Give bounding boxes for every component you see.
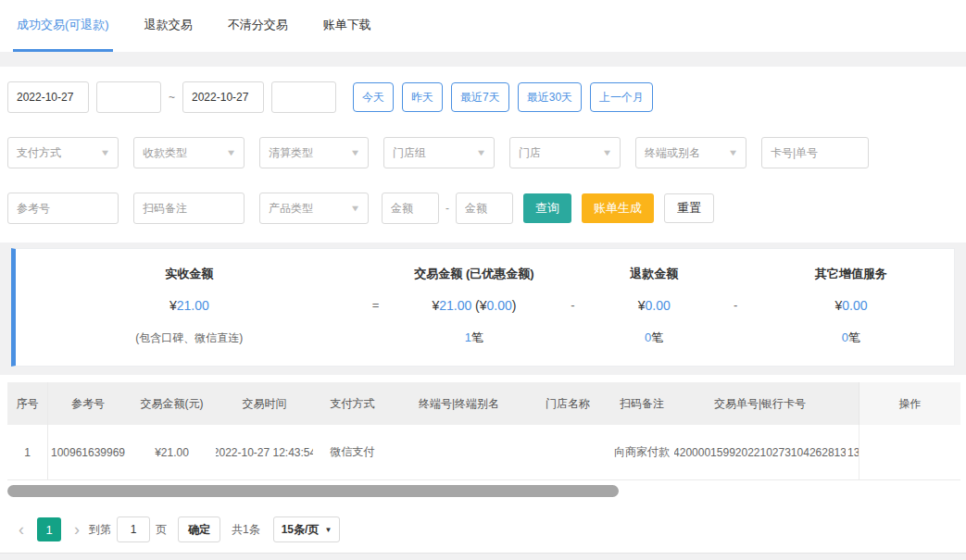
tab-successful-transactions[interactable]: 成功交易(可退款): [13, 16, 113, 52]
quick-range-lastmonth-button[interactable]: 上一个月: [590, 82, 653, 112]
payment-method-select[interactable]: 支付方式 ▼: [7, 137, 119, 168]
quick-range-today-button[interactable]: 今天: [353, 82, 394, 112]
col-header-operation: 操作: [859, 382, 960, 425]
quick-range-last30days-button[interactable]: 最近30天: [518, 82, 582, 112]
receipt-type-label: 收款类型: [143, 145, 187, 161]
amount-range-dash: -: [445, 202, 449, 215]
summary-services-value: ¥0.00: [748, 287, 954, 324]
store-select[interactable]: 门店 ▼: [509, 137, 621, 168]
summary-transaction-value: ¥21.00 (¥0.00): [388, 287, 559, 324]
page-unit-label: 页: [156, 522, 167, 538]
cell-index: 1: [7, 425, 48, 479]
chevron-down-icon: ▼: [226, 148, 237, 157]
col-header-amount: 交易金额(元): [128, 382, 216, 425]
chevron-down-icon: ▼: [350, 204, 361, 213]
summary-received-value: ¥21.00: [16, 287, 363, 324]
col-header-terminal: 终端号|终端别名: [392, 382, 526, 425]
transactions-page: 成功交易(可退款) 退款交易 不清分交易 账单下载 ~ 今天 昨天 最近7天 最…: [0, 0, 966, 560]
quick-range-yesterday-button[interactable]: 昨天: [402, 82, 443, 112]
date-range-tilde: ~: [169, 91, 175, 104]
summary-transaction-amount: 交易金额 (已优惠金额) ¥21.00 (¥0.00) 1笔: [388, 261, 559, 352]
store-group-select[interactable]: 门店组 ▼: [383, 137, 495, 168]
store-label: 门店: [519, 145, 541, 161]
goto-page-input[interactable]: [117, 516, 150, 542]
settlement-type-select[interactable]: 清算类型 ▼: [259, 137, 369, 168]
summary-value-added-services: 其它增值服务 ¥0.00 0笔: [748, 261, 954, 352]
quick-range-last7days-button[interactable]: 最近7天: [451, 82, 509, 112]
summary-refund-count: 0笔: [585, 324, 722, 352]
col-header-index: 序号: [7, 382, 48, 425]
tab-bill-download[interactable]: 账单下载: [320, 16, 375, 52]
cell-store-name: [526, 425, 609, 479]
summary-services-count: 0笔: [748, 324, 954, 352]
summary-panel: 实收金额 ¥21.00 (包含口碑、微信直连) = 交易金额 (已优惠金额) ¥…: [11, 248, 955, 367]
cell-amount: ¥21.00: [128, 425, 216, 479]
cell-reference: 100961639969: [48, 425, 128, 479]
next-page-icon[interactable]: ›: [70, 521, 83, 538]
input-filter-row: 产品类型 ▼ - 查询 账单生成 重置: [7, 193, 959, 224]
amount-min-input[interactable]: [382, 193, 439, 224]
terminal-or-alias-select[interactable]: 终端或别名 ▼: [635, 137, 746, 168]
start-time-input[interactable]: [96, 81, 161, 113]
page-1-button[interactable]: 1: [37, 517, 61, 541]
operation-sticky-column: 操作: [859, 382, 960, 480]
terminal-or-alias-label: 终端或别名: [645, 145, 700, 161]
summary-equals-separator: =: [363, 261, 389, 352]
chevron-down-icon: ▼: [476, 148, 487, 157]
summary-refund-value: ¥0.00: [585, 287, 722, 324]
prev-page-icon[interactable]: ‹: [15, 521, 28, 538]
table-row[interactable]: 1 100961639969 ¥21.00 2022-10-27 12:43:5…: [7, 425, 960, 480]
col-header-store-name: 门店名称: [526, 382, 609, 425]
end-date-input[interactable]: [182, 81, 264, 113]
card-or-order-input[interactable]: [761, 137, 869, 168]
payment-method-label: 支付方式: [17, 145, 61, 161]
store-group-label: 门店组: [393, 145, 426, 161]
product-type-select[interactable]: 产品类型 ▼: [259, 193, 369, 224]
settlement-type-label: 清算类型: [269, 145, 313, 161]
chevron-down-icon: ▼: [324, 526, 332, 534]
end-time-input[interactable]: [271, 81, 336, 113]
scrollbar-thumb[interactable]: [7, 485, 619, 497]
summary-minus-separator: -: [559, 261, 585, 352]
start-date-input[interactable]: [7, 81, 89, 113]
summary-refund-amount: 退款金额 ¥0.00 0笔: [585, 261, 722, 352]
horizontal-scrollbar[interactable]: [7, 485, 960, 497]
bill-generate-button[interactable]: 账单生成: [582, 193, 654, 223]
receipt-type-select[interactable]: 收款类型 ▼: [133, 137, 245, 168]
cell-transaction-no: 4200001599202210273104262813: [674, 425, 846, 479]
tab-unsettled-transactions[interactable]: 不清分交易: [224, 16, 292, 52]
confirm-page-button[interactable]: 确定: [178, 516, 220, 542]
col-header-payment-method: 支付方式: [313, 382, 392, 425]
summary-transaction-title: 交易金额 (已优惠金额): [388, 261, 559, 287]
query-button[interactable]: 查询: [523, 193, 571, 223]
page-size-value: 15条/页: [282, 522, 320, 538]
product-type-label: 产品类型: [269, 201, 313, 217]
dropdown-filter-row: 支付方式 ▼ 收款类型 ▼ 清算类型 ▼ 门店组 ▼ 门店 ▼ 终端或别名 ▼: [7, 137, 959, 168]
summary-received-amount: 实收金额 ¥21.00 (包含口碑、微信直连): [16, 261, 363, 352]
amount-max-input[interactable]: [456, 193, 513, 224]
chevron-down-icon: ▼: [602, 148, 613, 157]
pagination-bar: ‹ 1 › 到第 页 确定 共1条 15条/页 ▼: [0, 506, 966, 553]
goto-page-label: 到第: [89, 522, 111, 538]
reference-number-input[interactable]: [7, 193, 119, 224]
col-header-time: 交易时间: [216, 382, 313, 425]
total-count-label: 共1条: [232, 522, 260, 538]
transactions-table-panel: 序号 参考号 交易金额(元) 交易时间 支付方式 终端号|终端别名 门店名称 扫…: [0, 375, 966, 554]
table-header-row: 序号 参考号 交易金额(元) 交易时间 支付方式 终端号|终端别名 门店名称 扫…: [7, 382, 960, 425]
reset-button[interactable]: 重置: [664, 193, 714, 223]
chevron-down-icon: ▼: [728, 148, 739, 157]
date-filter-row: ~ 今天 昨天 最近7天 最近30天 上一个月: [7, 81, 959, 113]
summary-transaction-count: 1笔: [388, 324, 559, 352]
cell-time: 2022-10-27 12:43:54: [216, 425, 313, 479]
summary-refund-title: 退款金额: [585, 261, 722, 287]
table-scroll-area: 序号 参考号 交易金额(元) 交易时间 支付方式 终端号|终端别名 门店名称 扫…: [7, 375, 960, 497]
scan-remark-input[interactable]: [133, 193, 245, 224]
col-header-transaction-no: 交易单号|银行卡号: [674, 382, 846, 425]
tab-refund-transactions[interactable]: 退款交易: [141, 16, 196, 52]
page-size-select[interactable]: 15条/页 ▼: [273, 516, 341, 542]
chevron-down-icon: ▼: [350, 148, 361, 157]
cell-payment-method: 微信支付: [313, 425, 392, 479]
col-header-reference: 参考号: [48, 382, 128, 425]
tab-bar: 成功交易(可退款) 退款交易 不清分交易 账单下载: [0, 0, 966, 52]
summary-received-note: (包含口碑、微信直连): [16, 324, 363, 352]
